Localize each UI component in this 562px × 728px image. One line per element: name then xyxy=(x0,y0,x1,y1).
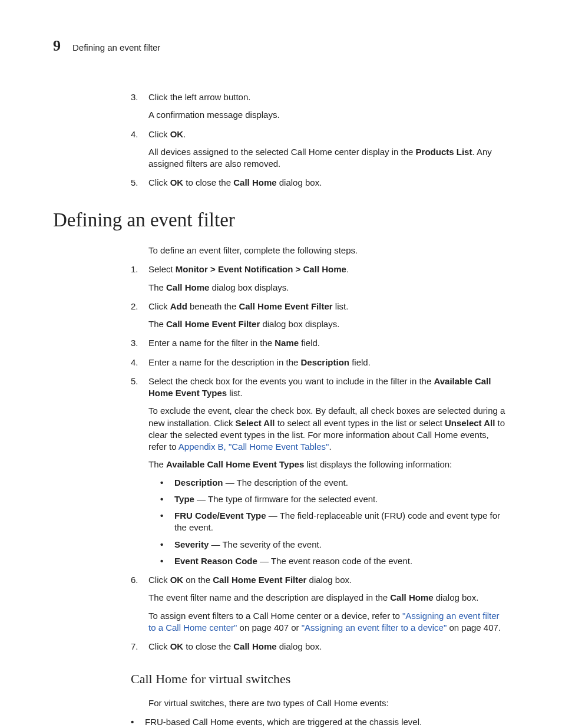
text: All devices assigned to the selected Cal… xyxy=(148,147,416,157)
text: — The event reason code of the event. xyxy=(257,556,412,566)
list-item: 2.Click Add beneath the Call Home Event … xyxy=(131,301,509,331)
section-heading: Defining an event filter xyxy=(53,207,509,233)
step-number: 3. xyxy=(131,337,138,349)
text: on page 407 or xyxy=(237,622,301,633)
text: list. xyxy=(333,301,349,311)
text: list. xyxy=(227,388,243,398)
text: dialog box. xyxy=(277,641,322,651)
text: . xyxy=(329,442,331,452)
step-number: 6. xyxy=(131,574,138,586)
step-number: 5. xyxy=(131,177,138,189)
text: Click xyxy=(148,129,170,139)
bold-text: Call Home xyxy=(166,282,209,292)
text: The xyxy=(148,459,166,469)
step-number: 3. xyxy=(131,91,138,103)
step-text: Click OK on the Call Home Event Filter d… xyxy=(148,574,509,586)
step-paragraph: The Available Call Home Event Types list… xyxy=(148,459,509,470)
text: to close the xyxy=(183,177,233,187)
text: to close the xyxy=(183,641,233,651)
bold-text: Add xyxy=(170,301,187,311)
text: list displays the following information: xyxy=(304,459,452,469)
list-item: 7.Click OK to close the Call Home dialog… xyxy=(131,641,509,653)
text: The xyxy=(148,282,166,292)
bold-text: Call Home xyxy=(233,177,276,187)
text: . xyxy=(346,264,349,274)
text: dialog box. xyxy=(434,592,479,602)
step-text: Click OK to close the Call Home dialog b… xyxy=(148,641,509,653)
step-text: Click OK to close the Call Home dialog b… xyxy=(148,177,509,189)
subsection-heading: Call Home for virtual switches xyxy=(131,670,509,688)
step-paragraph: The event filter name and the descriptio… xyxy=(148,592,509,604)
text: dialog box displays. xyxy=(209,282,289,292)
step-paragraph: To assign event filters to a Call Home c… xyxy=(148,610,509,634)
section-step-list: 1.Select Monitor > Event Notification > … xyxy=(53,263,509,653)
bold-text: Description xyxy=(174,477,223,487)
step-text: Select the check box for the events you … xyxy=(148,375,509,400)
bullet-item: Event Reason Code — The event reason cod… xyxy=(160,555,509,567)
step-text: Click Add beneath the Call Home Event Fi… xyxy=(148,301,509,312)
bold-text: Type xyxy=(174,494,194,504)
bold-text: Call Home Event Filter xyxy=(166,319,260,329)
bold-text: Available Call Home Event Types xyxy=(166,459,304,469)
step-number: 4. xyxy=(131,357,138,368)
text: field. xyxy=(349,357,371,367)
bold-text: Call Home Event Filter xyxy=(239,301,332,311)
text: Select xyxy=(148,264,176,274)
list-item: 4.Click OK.All devices assigned to the s… xyxy=(131,129,509,170)
bold-text: OK xyxy=(170,575,184,585)
text: . xyxy=(183,129,186,139)
list-item: 6.Click OK on the Call Home Event Filter… xyxy=(131,574,509,634)
text: The xyxy=(148,319,166,329)
bullet-item: Severity — The severity of the event. xyxy=(160,539,509,551)
bold-text: Monitor > Event Notification > Call Home xyxy=(176,264,346,274)
text: Click the left arrow button. xyxy=(148,92,250,102)
bold-text: Description xyxy=(300,357,349,367)
step-number: 7. xyxy=(131,641,138,653)
text: Click xyxy=(148,641,170,651)
bold-text: FRU Code/Event Type xyxy=(174,510,266,521)
step-paragraph: The Call Home dialog box displays. xyxy=(148,282,509,294)
link-text[interactable]: "Assigning an event filter to a device" xyxy=(302,622,447,633)
text: dialog box. xyxy=(306,575,352,585)
chapter-number: 9 xyxy=(53,35,61,56)
bold-text: Call Home Event Filter xyxy=(213,575,306,585)
bold-text: Unselect All xyxy=(445,418,495,428)
step-number: 2. xyxy=(131,301,138,312)
bold-text: Call Home xyxy=(233,641,276,651)
text: To assign event filters to a Call Home c… xyxy=(148,611,402,621)
text: — The severity of the event. xyxy=(209,539,321,549)
page-header: 9 Defining an event filter xyxy=(53,35,509,56)
text: on the xyxy=(183,575,213,585)
text: Enter a name for the filter in the xyxy=(148,338,275,348)
step-number: 5. xyxy=(131,375,138,387)
text: The event filter name and the descriptio… xyxy=(148,592,390,602)
bold-text: Products List xyxy=(416,147,472,157)
section-intro: To define an event filter, complete the … xyxy=(148,245,509,256)
text: to select all event types in the list or… xyxy=(275,418,445,428)
text: field. xyxy=(299,338,320,348)
text: Click xyxy=(148,177,170,187)
text: beneath the xyxy=(187,301,239,311)
text: — The type of firmware for the selected … xyxy=(194,494,378,504)
link-text[interactable]: Appendix B, "Call Home Event Tables" xyxy=(178,442,329,452)
text: Click xyxy=(148,301,170,311)
step-text: Select Monitor > Event Notification > Ca… xyxy=(148,263,509,275)
bold-text: OK xyxy=(170,641,184,651)
step-text: Click OK. xyxy=(148,129,509,140)
bold-text: Event Reason Code xyxy=(174,556,257,566)
step-number: 4. xyxy=(131,129,138,140)
bullet-item: Description — The description of the eve… xyxy=(160,477,509,489)
text: dialog box. xyxy=(277,177,322,187)
bold-text: Name xyxy=(275,338,299,348)
step-paragraph: A confirmation message displays. xyxy=(148,109,509,121)
step-paragraph: All devices assigned to the selected Cal… xyxy=(148,146,509,170)
bold-text: OK xyxy=(170,177,184,187)
text: Select the check box for the events you … xyxy=(148,376,434,386)
bullet-item: FRU-based Call Home events, which are tr… xyxy=(131,716,509,728)
page-container: 9 Defining an event filter 3.Click the l… xyxy=(0,0,562,728)
bold-text: Select All xyxy=(236,418,275,428)
text: A confirmation message displays. xyxy=(148,110,280,120)
step-paragraph: To exclude the event, clear the check bo… xyxy=(148,405,509,453)
text: — The description of the event. xyxy=(223,477,348,487)
list-item: 4.Enter a name for the description in th… xyxy=(131,357,509,368)
